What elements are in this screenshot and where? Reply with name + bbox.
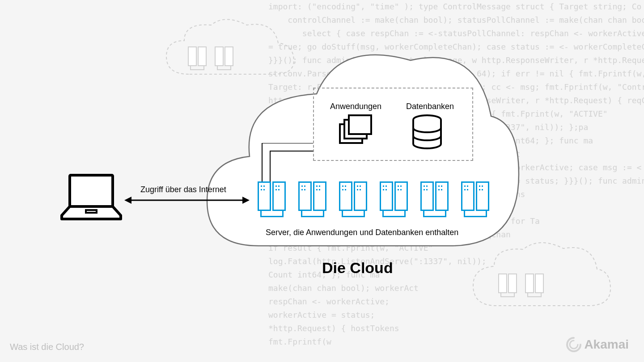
server-cluster [298,181,326,217]
svg-marker-7 [124,197,131,204]
server-cluster [258,181,286,217]
svg-rect-4 [70,175,113,206]
svg-marker-8 [242,197,250,204]
applications-icon [339,114,375,147]
laptop-icon [60,173,123,222]
database-icon [411,114,443,149]
double-arrow-icon [124,196,250,205]
mini-servers-bottom [498,274,544,297]
footer-caption: Was ist die Cloud? [10,342,84,352]
servers-caption: Server, die Anwendungen und Datenbanken … [266,228,458,237]
server-cluster [461,181,489,217]
server-cluster [420,181,449,217]
diagram-canvas: import: ("encoding", "time" ); type Cont… [0,0,644,362]
databases-label: Datenbanken [406,102,454,111]
brand-text: Akamai [584,337,629,352]
server-clusters [258,181,489,217]
diagram-title: Die Cloud [322,259,393,277]
arrow-label: Zugriff über das Internet [140,185,226,194]
server-cluster [339,181,367,217]
svg-rect-2 [349,115,371,134]
apps-db-container [313,88,473,161]
akamai-swoosh-icon [566,337,581,352]
connector-lines [259,143,322,188]
applications-label: Anwendungen [330,102,381,111]
brand-logo: Akamai [566,337,629,352]
server-cluster [380,181,408,217]
